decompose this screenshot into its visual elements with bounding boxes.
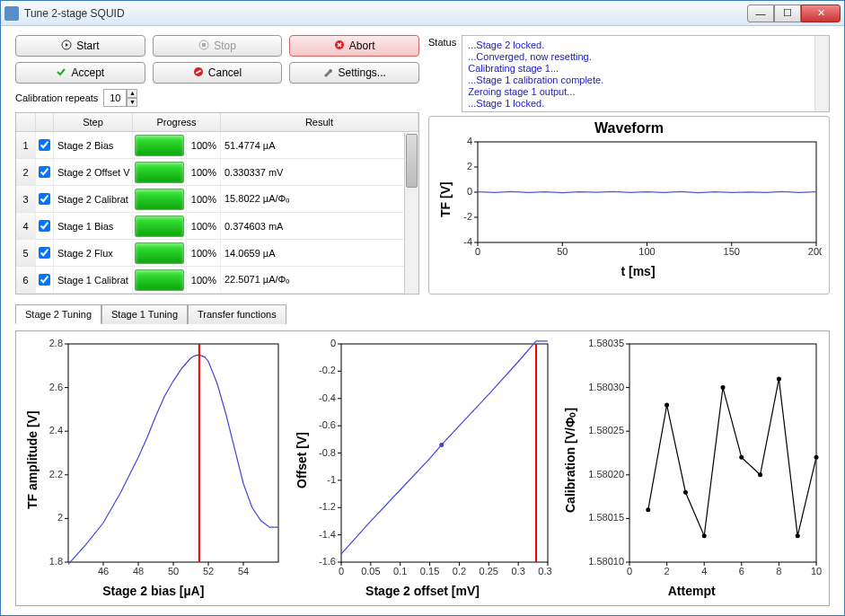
svg-text:0: 0 xyxy=(339,566,344,576)
svg-text:1.58025: 1.58025 xyxy=(589,425,625,436)
progress-bar xyxy=(135,216,184,237)
app-icon xyxy=(4,6,19,21)
step-checkbox[interactable] xyxy=(39,220,50,232)
abort-button[interactable]: Abort xyxy=(289,35,419,57)
settings-button[interactable]: Settings... xyxy=(289,62,419,84)
offset-chart: 00.050.10.150.20.250.30.35-1.6-1.4-1.2-1… xyxy=(311,339,553,582)
calibration-repeats-label: Calibration repeats xyxy=(15,92,98,103)
svg-text:2: 2 xyxy=(665,566,670,576)
tab-stage1-tuning[interactable]: Stage 1 Tuning xyxy=(101,304,188,324)
svg-text:-2: -2 xyxy=(463,211,472,222)
svg-text:-1.4: -1.4 xyxy=(319,529,336,540)
progress-bar xyxy=(135,189,184,210)
calibration-repeats-spinner[interactable]: ▲▼ xyxy=(103,89,137,107)
check-icon xyxy=(56,66,66,80)
svg-text:10: 10 xyxy=(811,566,822,576)
svg-point-113 xyxy=(647,507,651,512)
minimize-button[interactable]: — xyxy=(747,4,774,22)
table-row[interactable]: 6 Stage 1 Calibrat 100% 22.5071 µA/Φ₀ xyxy=(16,267,418,294)
waveform-chart: 050100150200-4-2024 xyxy=(454,136,822,262)
tab-transfer-functions[interactable]: Transfer functions xyxy=(188,304,286,324)
svg-text:-0.4: -0.4 xyxy=(319,392,336,403)
table-row[interactable]: 1 Stage 2 Bias 100% 51.4774 µA xyxy=(16,132,418,159)
bias-xlabel: Stage 2 bias [µA] xyxy=(23,582,284,598)
svg-text:1.58035: 1.58035 xyxy=(589,339,625,348)
svg-text:1.58010: 1.58010 xyxy=(589,556,625,567)
accept-button[interactable]: Accept xyxy=(15,62,145,84)
tab-stage2-tuning[interactable]: Stage 2 Tuning xyxy=(15,304,101,324)
svg-point-118 xyxy=(740,455,744,460)
progress-bar xyxy=(135,242,184,264)
calibration-xlabel: Attempt xyxy=(561,582,822,598)
calibration-repeats-input[interactable] xyxy=(103,89,127,107)
titlebar: Tune 2-stage SQUID — ☐ ✕ xyxy=(1,1,844,26)
status-box: ...Stage 2 locked....Converged, now rese… xyxy=(462,35,830,112)
svg-text:4: 4 xyxy=(467,136,472,146)
svg-text:-0.6: -0.6 xyxy=(319,419,336,430)
svg-point-115 xyxy=(683,490,688,495)
cancel-button[interactable]: Cancel xyxy=(153,62,283,84)
progress-bar xyxy=(135,135,184,156)
svg-text:8: 8 xyxy=(777,566,782,576)
table-row[interactable]: 2 Stage 2 Offset V 100% 0.330337 mV xyxy=(16,159,418,186)
svg-text:2.8: 2.8 xyxy=(49,339,63,348)
svg-text:0.05: 0.05 xyxy=(361,566,380,576)
window: Tune 2-stage SQUID — ☐ ✕ Start xyxy=(0,0,845,616)
svg-text:52: 52 xyxy=(203,566,214,576)
svg-point-121 xyxy=(796,533,800,538)
spin-up-icon[interactable]: ▲ xyxy=(127,89,137,98)
svg-rect-2 xyxy=(202,43,206,47)
table-row[interactable]: 3 Stage 2 Calibrat 100% 15.8022 µA/Φ₀ xyxy=(16,186,418,213)
steps-table: Step Progress Result 1 Stage 2 Bias 100%… xyxy=(15,112,419,295)
table-scrollbar[interactable] xyxy=(404,133,418,294)
table-row[interactable]: 4 Stage 1 Bias 100% 0.374603 mA xyxy=(16,213,418,240)
svg-text:2.6: 2.6 xyxy=(49,382,63,392)
step-checkbox[interactable] xyxy=(39,139,50,151)
calibration-chart: 02468101.580101.580151.580201.580251.580… xyxy=(579,339,822,582)
svg-point-117 xyxy=(721,385,726,390)
table-row[interactable]: 5 Stage 2 Flux 100% 14.0659 µA xyxy=(16,240,418,267)
svg-text:-0.8: -0.8 xyxy=(319,447,336,458)
waveform-panel: Waveform TF [V] 050100150200-4-2024 t [m… xyxy=(428,116,830,295)
step-checkbox[interactable] xyxy=(39,166,50,178)
svg-rect-51 xyxy=(341,344,548,562)
svg-text:0.25: 0.25 xyxy=(479,566,497,576)
svg-text:0: 0 xyxy=(330,339,336,348)
bias-chart: 46485052541.822.22.42.62.8 xyxy=(41,339,284,582)
status-label: Status xyxy=(428,35,456,112)
svg-text:0: 0 xyxy=(627,566,632,576)
stop-icon xyxy=(198,40,209,53)
step-checkbox[interactable] xyxy=(39,274,50,286)
svg-text:2.2: 2.2 xyxy=(49,469,63,480)
svg-text:-1.2: -1.2 xyxy=(319,501,336,512)
status-scrollbar[interactable] xyxy=(814,36,829,111)
waveform-ylabel: TF [V] xyxy=(436,136,454,262)
svg-text:-0.2: -0.2 xyxy=(319,365,336,375)
svg-rect-27 xyxy=(68,344,278,562)
svg-text:0.3: 0.3 xyxy=(511,566,524,576)
abort-icon xyxy=(334,40,345,53)
svg-text:50: 50 xyxy=(168,566,179,576)
svg-text:0.35: 0.35 xyxy=(538,566,552,576)
stop-button[interactable]: Stop xyxy=(153,35,283,57)
svg-text:48: 48 xyxy=(133,566,144,576)
spin-down-icon[interactable]: ▼ xyxy=(127,98,137,107)
step-checkbox[interactable] xyxy=(39,247,50,259)
svg-text:50: 50 xyxy=(557,246,568,257)
maximize-button[interactable]: ☐ xyxy=(774,4,801,22)
calibration-ylabel: Calibration [V/Φ₀] xyxy=(561,339,579,582)
col-step: Step xyxy=(54,113,133,131)
start-button[interactable]: Start xyxy=(15,35,145,57)
step-checkbox[interactable] xyxy=(39,193,50,205)
tabs: Stage 2 Tuning Stage 1 Tuning Transfer f… xyxy=(15,304,830,323)
progress-bar xyxy=(135,162,184,183)
svg-text:200: 200 xyxy=(808,246,822,257)
svg-text:0.2: 0.2 xyxy=(452,566,465,576)
svg-point-119 xyxy=(758,472,762,477)
close-button[interactable]: ✕ xyxy=(801,4,841,22)
waveform-xlabel: t [ms] xyxy=(436,262,822,278)
progress-bar xyxy=(135,269,184,291)
svg-text:46: 46 xyxy=(98,566,109,576)
svg-text:100: 100 xyxy=(638,246,655,257)
svg-text:0: 0 xyxy=(475,246,480,257)
